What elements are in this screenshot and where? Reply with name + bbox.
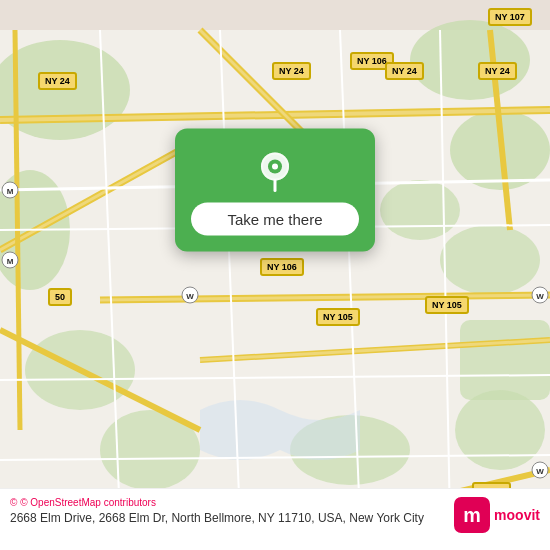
moovit-brand-name: moovit [494, 507, 540, 523]
svg-point-46 [272, 164, 278, 170]
svg-point-6 [440, 225, 540, 295]
svg-rect-7 [460, 320, 550, 400]
svg-text:M: M [7, 257, 14, 266]
road-badge-ny105-1: NY 105 [316, 308, 360, 326]
svg-point-3 [410, 20, 530, 100]
map-container: W W M M W NY 107 NY 106 NY 24 NY 24 NY 2… [0, 0, 550, 550]
osm-credit: © © OpenStreetMap contributors [10, 497, 444, 508]
svg-text:W: W [536, 467, 544, 476]
road-badge-50: 50 [48, 288, 72, 306]
road-badge-ny24-4: NY 24 [478, 62, 517, 80]
svg-text:W: W [536, 292, 544, 301]
road-badge-ny106-mid: NY 106 [260, 258, 304, 276]
svg-text:m: m [463, 504, 481, 526]
road-badge-ny24-1: NY 24 [38, 72, 77, 90]
road-badge-ny107: NY 107 [488, 8, 532, 26]
road-badge-ny105-2: NY 105 [425, 296, 469, 314]
svg-point-5 [380, 180, 460, 240]
osm-copyright-symbol: © [10, 497, 17, 508]
address-section: © © OpenStreetMap contributors 2668 Elm … [10, 497, 454, 527]
pin-icon [253, 149, 297, 193]
moovit-icon: m [454, 497, 490, 533]
osm-text: © OpenStreetMap contributors [20, 497, 156, 508]
address-text: 2668 Elm Drive, 2668 Elm Dr, North Bellm… [10, 510, 444, 527]
info-bar: © © OpenStreetMap contributors 2668 Elm … [0, 488, 550, 550]
road-badge-ny24-3: NY 24 [385, 62, 424, 80]
take-me-there-button[interactable]: Take me there [191, 203, 359, 236]
road-badge-ny24-2: NY 24 [272, 62, 311, 80]
moovit-logo: m moovit [454, 497, 540, 533]
svg-text:W: W [186, 292, 194, 301]
location-card[interactable]: Take me there [175, 129, 375, 252]
svg-text:M: M [7, 187, 14, 196]
svg-point-10 [455, 390, 545, 470]
